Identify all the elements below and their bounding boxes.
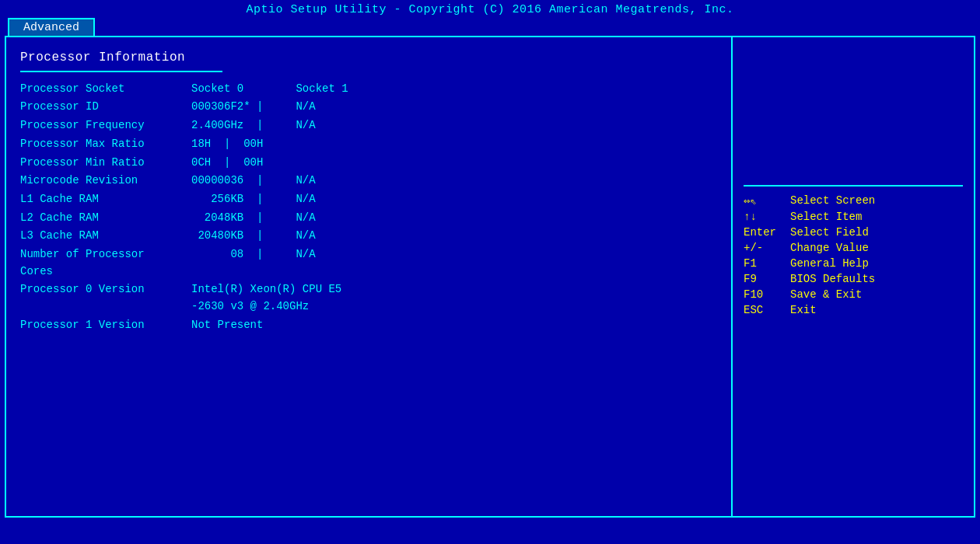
info-value: Not Present [191,316,717,335]
info-value: 08 | N/A [191,246,717,281]
main-area: Processor Information Processor SocketSo… [5,36,975,518]
help-desc: BIOS Defaults [790,271,963,287]
info-label: Processor ID [20,98,191,117]
info-row: Number of Processor Cores 08 | N/A [20,246,717,281]
help-row: ↑↓Select Item [744,209,963,225]
info-row: Processor 0 VersionIntel(R) Xeon(R) CPU … [20,281,717,316]
title-bar: Aptio Setup Utility - Copyright (C) 2016… [0,0,980,18]
help-desc: Exit [790,302,963,318]
help-key: F1 [744,256,790,271]
info-value: 00000036 | N/A [191,172,717,190]
info-label: Processor Max Ratio [20,135,191,154]
help-row: F9BIOS Defaults [744,271,963,287]
info-row: Processor Max Ratio18H | 00H [20,135,717,154]
info-row: Processor ID000306F2* | N/A [20,98,717,117]
title-text: Aptio Setup Utility - Copyright (C) 2016… [246,3,733,16]
help-row: +/-Change Value [744,240,963,256]
help-divider [744,185,963,187]
right-panel: ⇔⇖Select Screen↑↓Select ItemEnterSelect … [733,37,974,516]
tab-advanced[interactable]: Advanced [8,18,95,36]
info-row: Processor SocketSocket 0 Socket 1 [20,80,717,99]
help-desc: Save & Exit [790,287,963,302]
info-table: Processor SocketSocket 0 Socket 1Process… [20,80,717,335]
info-label: Processor 0 Version [20,281,191,316]
help-key: F10 [744,287,790,302]
info-row: L3 Cache RAM 20480KB | N/A [20,227,717,246]
help-row: ESCExit [744,302,963,318]
help-key: Enter [744,225,790,240]
info-value: 000306F2* | N/A [191,98,717,117]
info-row: L2 Cache RAM 2048KB | N/A [20,209,717,228]
bottom-bar [0,522,980,544]
tab-bar: Advanced [0,18,980,36]
info-row: Processor Min Ratio0CH | 00H [20,154,717,173]
help-desc: Select Field [790,225,963,240]
info-value: Socket 0 Socket 1 [191,80,717,99]
info-label: Number of Processor Cores [20,246,191,281]
help-key: ↑↓ [744,209,790,225]
info-value: 18H | 00H [191,135,717,154]
info-label: L2 Cache RAM [20,209,191,228]
help-key: F9 [744,271,790,287]
info-label: L3 Cache RAM [20,227,191,246]
info-row: Processor Frequency2.400GHz | N/A [20,117,717,135]
help-row: ⇔⇖Select Screen [744,193,963,209]
info-value: 2048KB | N/A [191,209,717,228]
info-value: 0CH | 00H [191,154,717,173]
info-label: Processor Frequency [20,117,191,135]
info-row: Microcode Revision00000036 | N/A [20,172,717,190]
section-title: Processor Information [20,48,717,68]
help-desc: General Help [790,256,963,271]
info-label: Processor Min Ratio [20,154,191,173]
info-label: Processor Socket [20,80,191,99]
info-row: Processor 1 VersionNot Present [20,316,717,335]
help-desc: Select Item [790,209,963,225]
info-value: 20480KB | N/A [191,227,717,246]
section-divider [20,71,222,72]
info-row: L1 Cache RAM 256KB | N/A [20,190,717,209]
help-key: ⇔⇖ [744,193,790,209]
help-desc: Select Screen [790,193,963,209]
info-value: 2.400GHz | N/A [191,117,717,135]
help-desc: Change Value [790,240,963,256]
help-key: ESC [744,302,790,318]
help-row: F1General Help [744,256,963,271]
help-row: F10Save & Exit [744,287,963,302]
info-label: Processor 1 Version [20,316,191,335]
help-row: EnterSelect Field [744,225,963,240]
info-value: Intel(R) Xeon(R) CPU E5 -2630 v3 @ 2.40G… [191,281,717,316]
help-table: ⇔⇖Select Screen↑↓Select ItemEnterSelect … [744,193,963,318]
info-value: 256KB | N/A [191,190,717,209]
left-panel: Processor Information Processor SocketSo… [6,37,733,516]
info-label: L1 Cache RAM [20,190,191,209]
info-label: Microcode Revision [20,172,191,190]
help-key: +/- [744,240,790,256]
